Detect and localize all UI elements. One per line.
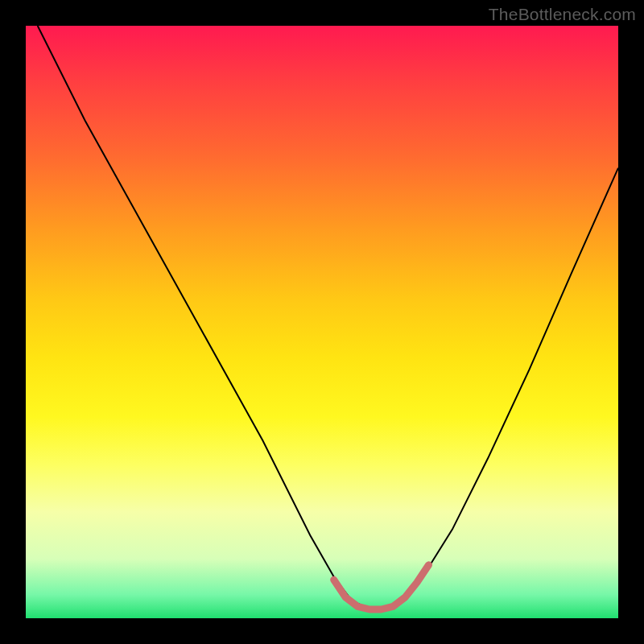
plot-area — [26, 26, 618, 618]
chart-svg — [26, 26, 618, 618]
bottleneck-curve — [38, 26, 618, 609]
chart-frame: TheBottleneck.com — [0, 0, 644, 644]
watermark-text: TheBottleneck.com — [489, 5, 636, 24]
valley-highlight — [334, 565, 429, 609]
